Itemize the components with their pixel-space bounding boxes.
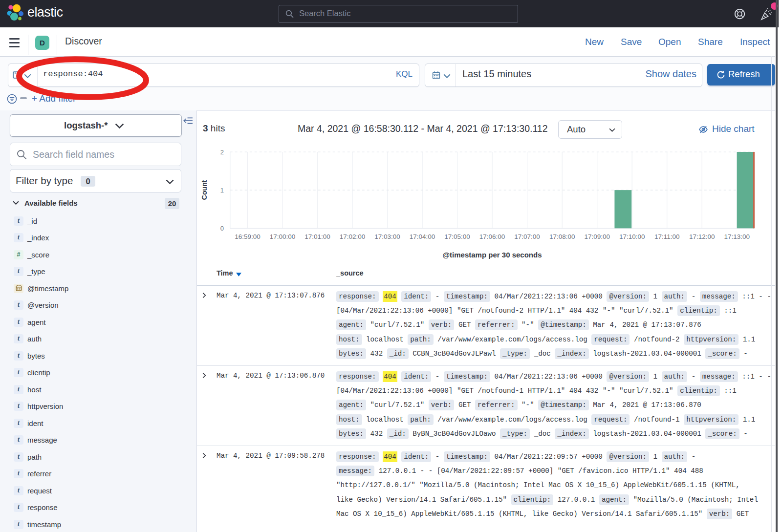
- svg-text:Count: Count: [200, 180, 208, 200]
- svg-text:16:59:00: 16:59:00: [235, 233, 261, 240]
- svg-text:17:01:00: 17:01:00: [304, 233, 330, 240]
- svg-text:17:10:00: 17:10:00: [619, 233, 645, 240]
- svg-text:0: 0: [220, 225, 224, 232]
- svg-text:17:13:00: 17:13:00: [724, 233, 750, 240]
- svg-text:17:12:00: 17:12:00: [689, 233, 715, 240]
- svg-text:17:07:00: 17:07:00: [514, 233, 540, 240]
- svg-text:17:06:00: 17:06:00: [479, 233, 505, 240]
- svg-text:2: 2: [220, 149, 224, 156]
- svg-text:17:11:00: 17:11:00: [654, 233, 680, 240]
- svg-text:17:00:00: 17:00:00: [270, 233, 296, 240]
- svg-text:17:02:00: 17:02:00: [340, 233, 366, 240]
- svg-text:@timestamp per 30 seconds: @timestamp per 30 seconds: [442, 251, 542, 259]
- svg-text:17:05:00: 17:05:00: [444, 233, 470, 240]
- svg-text:17:08:00: 17:08:00: [549, 233, 575, 240]
- svg-text:17:09:00: 17:09:00: [584, 233, 610, 240]
- svg-text:1: 1: [220, 187, 224, 194]
- svg-text:17:04:00: 17:04:00: [410, 233, 435, 240]
- svg-text:17:03:00: 17:03:00: [374, 233, 400, 240]
